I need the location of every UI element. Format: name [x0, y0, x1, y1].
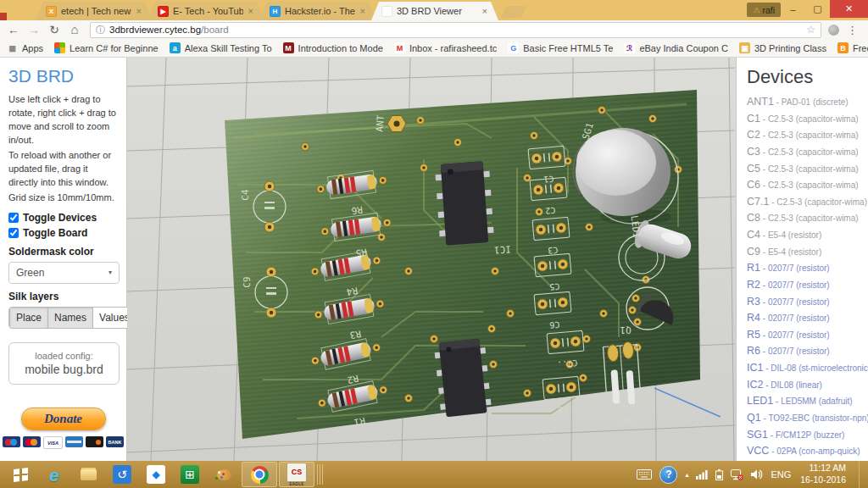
- devices-list: ANT1 - PAD-01 (discrete) C1 - C2.5-3 (ca…: [747, 97, 865, 457]
- battery-icon[interactable]: [715, 469, 723, 480]
- network-error-icon[interactable]: [731, 469, 743, 480]
- page-info-icon[interactable]: ⓘ: [96, 24, 105, 36]
- taskbar-app-icon[interactable]: [242, 462, 277, 487]
- 3d-viewport[interactable]: ANT C4 C9: [127, 58, 736, 461]
- bookmark-favicon-icon: a: [170, 42, 181, 53]
- minimize-button[interactable]: –: [781, 0, 805, 18]
- url-text: 3dbrdviewer.cytec.bg/board: [109, 25, 229, 35]
- svg-text:Q1: Q1: [620, 324, 631, 336]
- profile-badge[interactable]: ⚠ rafi: [747, 3, 781, 17]
- tab-label: 3D BRD Viewer: [397, 6, 477, 16]
- clock[interactable]: 11:12 AM 16-10-2016: [800, 463, 846, 485]
- speaker-icon[interactable]: [751, 469, 763, 480]
- pcb-board[interactable]: ANT C4 C9: [225, 90, 721, 439]
- device-link[interactable]: ANT1 - PAD-01 (discrete): [747, 97, 865, 108]
- device-link[interactable]: R6 - 0207/7 (resistor): [747, 346, 865, 357]
- toggle-row[interactable]: Toggle Devices: [8, 212, 120, 224]
- device-link[interactable]: C1 - C2.5-3 (capacitor-wima): [747, 114, 865, 125]
- device-link[interactable]: R4 - 0207/7 (resistor): [747, 313, 865, 324]
- device-link[interactable]: C4 - E5-4 (resistor): [747, 230, 865, 241]
- soldermask-select[interactable]: Green ▾: [8, 262, 120, 284]
- taskbar-app-icon[interactable]: e: [37, 463, 71, 486]
- taskbar-app-icon[interactable]: ↺: [105, 463, 139, 486]
- device-link[interactable]: VCC - 02PA (con-amp-quick): [747, 446, 865, 457]
- close-button[interactable]: ✕: [830, 0, 868, 18]
- window-stack-indicator[interactable]: [317, 464, 323, 485]
- silk-layer-button[interactable]: Names: [47, 308, 92, 328]
- svg-text:ANT: ANT: [374, 114, 387, 132]
- touch-keyboard-icon[interactable]: [637, 469, 652, 480]
- device-link[interactable]: SG1 - F/CM12P (buzzer): [747, 430, 865, 441]
- svg-text:VCC: VCC: [616, 413, 634, 425]
- signal-icon[interactable]: [696, 469, 708, 480]
- address-bar[interactable]: ⓘ 3dbrdviewer.cytec.bg/board ☆: [90, 22, 821, 38]
- device-package: C2.5-3 (capacitor-wima): [768, 114, 859, 124]
- bookmark-item[interactable]: ℛ eBay India Coupon C: [624, 42, 728, 53]
- device-link[interactable]: R1 - 0207/7 (resistor): [747, 263, 865, 274]
- tab-close-icon[interactable]: ×: [359, 6, 366, 16]
- tab-close-icon[interactable]: ×: [481, 6, 488, 16]
- show-desktop-button[interactable]: [859, 461, 865, 488]
- device-link[interactable]: LED1 - LED5MM (adafruit): [747, 396, 865, 407]
- extension-icon[interactable]: [828, 25, 839, 36]
- tab-close-icon[interactable]: ×: [248, 6, 254, 16]
- taskbar-app-icon[interactable]: CS EAGLE: [279, 462, 314, 487]
- bookmark-item[interactable]: G Basic Free HTML5 Te: [508, 42, 613, 53]
- silk-layer-button[interactable]: Place: [9, 308, 47, 328]
- device-link[interactable]: R5 - 0207/7 (resistor): [747, 330, 865, 341]
- bookmark-star-icon[interactable]: ☆: [806, 24, 815, 36]
- device-link[interactable]: C2 - C2.5-3 (capacitor-wima): [747, 130, 865, 141]
- device-link[interactable]: R3 - 0207/7 (resistor): [747, 297, 865, 308]
- svg-text:C8: C8: [558, 404, 569, 414]
- device-link[interactable]: C8 - C2.5-3 (capacitor-wima): [747, 213, 865, 224]
- bookmark-item[interactable]: M Inbox - rafirasheed.tc: [394, 42, 497, 53]
- svg-text:R1: R1: [353, 415, 366, 428]
- forward-icon[interactable]: →: [25, 21, 42, 38]
- browser-menu-icon[interactable]: ⋮: [843, 24, 863, 36]
- device-name: IC2: [747, 379, 763, 391]
- device-package: TO92-EBC (transistor-npn): [768, 413, 868, 423]
- taskbar-app-icon[interactable]: ⊞: [173, 463, 207, 486]
- browser-tab[interactable]: H Hackster.io - The commu ×: [259, 2, 376, 20]
- browser-tab[interactable]: ▶ E- Tech - YouTube ×: [147, 2, 264, 20]
- hidden-icons-chevron[interactable]: ▴: [685, 471, 688, 479]
- toggle-checkbox[interactable]: [8, 228, 19, 238]
- reload-icon[interactable]: ↻: [46, 21, 63, 38]
- home-icon[interactable]: ⌂: [66, 21, 83, 38]
- maximize-button[interactable]: ▢: [805, 0, 830, 18]
- bookmark-item[interactable]: ▣ 3D Printing Class: [739, 42, 826, 53]
- device-link[interactable]: C9 - E5-4 (resistor): [747, 247, 865, 258]
- toggle-checkbox[interactable]: [8, 213, 19, 223]
- bookmark-item[interactable]: ▦ Apps: [7, 42, 43, 53]
- device-link[interactable]: IC1 - DIL-08 (st-microelectronics): [747, 363, 865, 374]
- silk-layers-label: Silk layers: [8, 291, 120, 302]
- donate-button[interactable]: Donate: [21, 408, 106, 430]
- soldermask-value: Green: [16, 267, 44, 279]
- bookmark-item[interactable]: Learn C# for Beginne: [54, 42, 159, 53]
- device-link[interactable]: C6 - C2.5-3 (capacitor-wima): [747, 180, 865, 191]
- help-icon[interactable]: ?: [659, 466, 677, 484]
- toggle-row[interactable]: Toggle Board: [8, 227, 120, 239]
- payment-method-icon: BANK: [106, 436, 124, 447]
- bookmark-item[interactable]: B FreeBitco.in - Free Bit: [837, 42, 868, 53]
- taskbar-app-icon[interactable]: ◆: [139, 463, 173, 486]
- taskbar-app-icon[interactable]: [71, 463, 105, 486]
- browser-tab[interactable]: 3D BRD Viewer ×: [371, 2, 498, 20]
- device-link[interactable]: R2 - 0207/7 (resistor): [747, 280, 865, 291]
- back-icon[interactable]: ←: [5, 21, 22, 38]
- new-tab-button[interactable]: [501, 6, 527, 18]
- language-indicator[interactable]: ENG: [771, 469, 791, 480]
- browser-tab[interactable]: X etech | Tech news ×: [36, 2, 153, 20]
- taskbar-app-icon[interactable]: [3, 463, 37, 486]
- bookmark-item[interactable]: a Alexa Skill Testing To: [170, 42, 272, 53]
- svg-text:C2: C2: [545, 205, 556, 215]
- tab-close-icon[interactable]: ×: [136, 6, 142, 16]
- device-link[interactable]: C7.1 - C2.5-3 (capacitor-wima): [747, 197, 865, 208]
- taskbar-app-icon[interactable]: [207, 463, 241, 486]
- device-name: C7.1: [747, 196, 769, 208]
- bookmark-item[interactable]: M Introduction to Mode: [283, 42, 383, 53]
- device-link[interactable]: C5 - C2.5-3 (capacitor-wima): [747, 164, 865, 175]
- device-link[interactable]: Q1 - TO92-EBC (transistor-npn): [747, 413, 865, 424]
- device-link[interactable]: C3 - C2.5-3 (capacitor-wima): [747, 147, 865, 158]
- device-link[interactable]: IC2 - DIL08 (linear): [747, 380, 865, 391]
